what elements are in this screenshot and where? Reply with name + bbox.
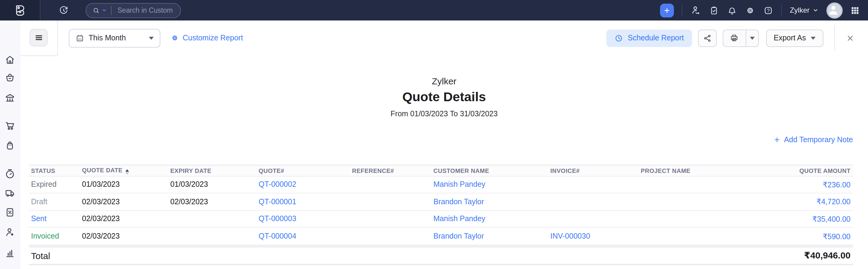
- cell-quote_no: QT-000004: [256, 228, 350, 246]
- gear-icon: [745, 5, 755, 15]
- amount-link[interactable]: ₹236.00: [823, 181, 850, 189]
- amount-link[interactable]: ₹35,400.00: [812, 215, 850, 224]
- customer-link[interactable]: Brandon Taylor: [433, 232, 484, 240]
- apps-grid-button[interactable]: [850, 6, 860, 15]
- org-name: Zylker: [790, 6, 809, 14]
- invoice-link[interactable]: INV-000030: [550, 232, 590, 240]
- search-input[interactable]: [116, 6, 174, 14]
- column-header-expiry_date[interactable]: EXPIRY DATE: [168, 165, 256, 176]
- accountant-person-star-icon: [4, 226, 16, 238]
- cell-project: [638, 176, 729, 193]
- tasks-button[interactable]: [709, 5, 719, 15]
- sidebar-item-purchases[interactable]: [0, 138, 20, 153]
- calendar-icon: [75, 34, 84, 43]
- customer-link[interactable]: Manish Pandey: [433, 180, 485, 189]
- notifications-button[interactable]: [727, 5, 738, 15]
- report-page: This Month Customize Report Schedule Rep…: [20, 21, 868, 269]
- org-switcher[interactable]: Zylker: [790, 6, 818, 14]
- recent-history-button[interactable]: [59, 5, 69, 15]
- column-header-quote_no[interactable]: QUOTE#: [256, 165, 350, 176]
- column-header-quote_date[interactable]: QUOTE DATE: [80, 165, 168, 176]
- cell-amount: ₹35,400.00: [729, 210, 853, 228]
- percent-document-icon: [4, 206, 16, 218]
- cell-reference: [350, 228, 431, 246]
- cell-reference: [350, 176, 431, 193]
- total-label: Total: [29, 246, 729, 265]
- search-scope-chevron-icon[interactable]: [101, 7, 107, 13]
- cell-status: Sent: [29, 210, 80, 228]
- help-button[interactable]: ?: [764, 5, 774, 15]
- print-options-button[interactable]: [745, 30, 758, 47]
- share-button[interactable]: [698, 30, 716, 47]
- cell-invoice: [548, 176, 638, 193]
- amount-link[interactable]: ₹4,720.00: [816, 198, 850, 206]
- cell-amount: ₹4,720.00: [729, 193, 853, 210]
- left-sidebar: [0, 21, 20, 269]
- export-as-button[interactable]: Export As: [766, 30, 824, 47]
- customer-link[interactable]: Manish Pandey: [433, 215, 485, 223]
- bar-chart-icon: [4, 247, 16, 258]
- toggle-report-list-button[interactable]: [30, 29, 48, 47]
- app-logo[interactable]: [0, 0, 40, 21]
- customize-gear-icon: [170, 34, 179, 42]
- cell-customer: Manish Pandey: [431, 210, 548, 228]
- quote_no-link[interactable]: QT-000003: [258, 215, 296, 223]
- add-temporary-note-link[interactable]: Add Temporary Note: [773, 136, 853, 144]
- app-root: ? Zylker: [0, 0, 868, 269]
- truck-icon: [4, 188, 16, 199]
- schedule-report-label: Schedule Report: [628, 34, 684, 42]
- column-header-invoice[interactable]: INVOICE#: [548, 165, 638, 176]
- customize-report-link[interactable]: Customize Report: [170, 34, 243, 42]
- chevron-down-icon: [749, 37, 754, 40]
- quick-create-button[interactable]: [660, 3, 674, 17]
- quote_no-link[interactable]: QT-000004: [258, 232, 296, 240]
- report-org-name: Zylker: [20, 76, 868, 86]
- help-icon: ?: [764, 5, 774, 15]
- close-report-button[interactable]: [846, 34, 855, 43]
- column-header-amount[interactable]: QUOTE AMOUNT: [729, 165, 853, 176]
- table-row: Sent02/03/2023QT-000003Manish Pandey₹35,…: [29, 210, 853, 228]
- contacts-button[interactable]: [690, 5, 701, 16]
- date-range-select[interactable]: This Month: [69, 29, 160, 47]
- report-toolbar: This Month Customize Report Schedule Rep…: [58, 21, 868, 56]
- sidebar-item-sales[interactable]: [0, 118, 20, 133]
- print-button[interactable]: [722, 30, 745, 47]
- plus-icon: [773, 136, 780, 143]
- date-range-value: This Month: [89, 34, 126, 42]
- user-avatar[interactable]: [827, 2, 843, 19]
- column-header-project[interactable]: PROJECT NAME: [638, 165, 729, 176]
- column-header-customer[interactable]: CUSTOMER NAME: [431, 165, 548, 176]
- sidebar-item-home[interactable]: [0, 52, 20, 67]
- customize-report-label: Customize Report: [183, 34, 243, 42]
- sidebar-item-banking[interactable]: [0, 90, 20, 106]
- hamburger-menu-icon: [34, 33, 43, 42]
- sort-ascending-icon: [126, 169, 129, 174]
- table-row: Expired01/03/202301/03/2023QT-000002Mani…: [29, 176, 853, 193]
- sidebar-item-delivery[interactable]: [0, 185, 20, 201]
- sidebar-item-accountant[interactable]: [0, 224, 20, 240]
- cell-project: [638, 193, 729, 210]
- column-header-status[interactable]: STATUS: [29, 165, 80, 176]
- cell-status: Draft: [29, 193, 80, 210]
- sidebar-item-tax[interactable]: [0, 204, 20, 220]
- top-navbar: ? Zylker: [0, 0, 868, 21]
- schedule-report-button[interactable]: Schedule Report: [607, 30, 692, 47]
- books-logo-icon: [13, 4, 27, 17]
- sidebar-item-items[interactable]: [0, 70, 20, 86]
- report-title: Quote Details: [20, 90, 868, 105]
- toolbar-divider: [834, 26, 835, 51]
- sidebar-item-reports[interactable]: [0, 245, 20, 260]
- amount-link[interactable]: ₹590.00: [823, 232, 850, 241]
- settings-button[interactable]: [745, 5, 755, 15]
- customer-link[interactable]: Brandon Taylor: [433, 198, 484, 206]
- table-header-row: STATUSQUOTE DATEEXPIRY DATEQUOTE#REFEREN…: [29, 165, 853, 176]
- close-icon: [846, 34, 855, 43]
- cell-project: [638, 228, 729, 246]
- shopping-bag-icon: [4, 140, 16, 151]
- home-icon: [4, 54, 16, 65]
- sidebar-item-time-tracking[interactable]: [0, 166, 20, 182]
- quote_no-link[interactable]: QT-000002: [258, 180, 296, 189]
- cell-project: [638, 210, 729, 228]
- quote_no-link[interactable]: QT-000001: [258, 198, 296, 206]
- column-header-reference[interactable]: REFERENCE#: [350, 165, 431, 176]
